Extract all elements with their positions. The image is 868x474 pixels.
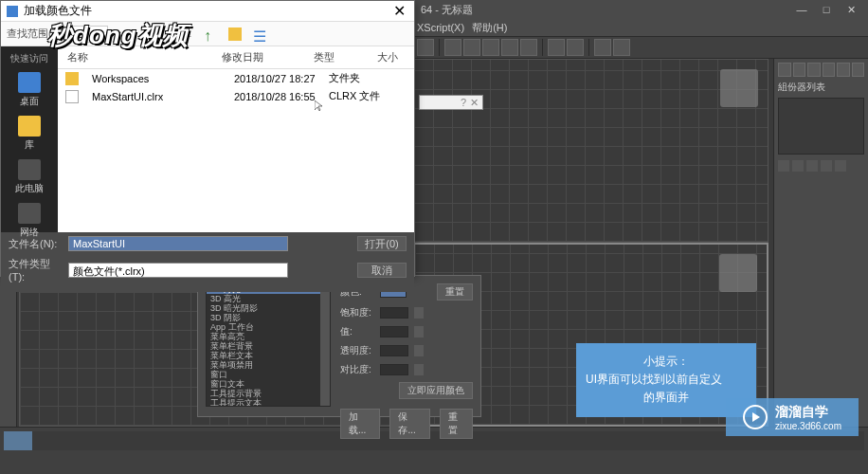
tip-line1: UI界面可以找到以前自定义 xyxy=(586,371,747,389)
sidebar-item-thispc[interactable]: 此电脑 xyxy=(12,156,46,198)
file-list[interactable]: 名称 修改日期 类型 大小 Workspaces 2018/10/27 18:2… xyxy=(58,46,414,232)
viewcube-icon[interactable] xyxy=(719,254,757,292)
file-row[interactable]: MaxStartUI.clrx 2018/10/28 16:55 CLRX 文件 xyxy=(58,87,414,105)
sidebar-item-desktop[interactable]: 桌面 xyxy=(15,69,44,111)
rp-icon[interactable] xyxy=(806,160,818,172)
tool-icon[interactable] xyxy=(444,39,461,56)
spinner[interactable] xyxy=(414,364,424,375)
sidebar-header: 快速访问 xyxy=(10,52,48,65)
dialog-icon xyxy=(7,6,18,17)
filetype-dropdown[interactable]: 颜色文件(*.clrx) xyxy=(68,263,288,278)
load-button[interactable]: 加载... xyxy=(340,409,380,439)
rp-tab[interactable] xyxy=(852,63,865,77)
maximize-button[interactable]: □ xyxy=(821,4,832,15)
network-icon xyxy=(18,203,41,224)
minimize-button[interactable]: — xyxy=(796,4,807,15)
tool-icon[interactable] xyxy=(482,39,499,56)
filename-input[interactable] xyxy=(68,236,288,251)
list-item[interactable]: 窗口 xyxy=(207,370,330,379)
trans-label: 透明度: xyxy=(340,344,374,357)
cancel-button[interactable]: 取消 xyxy=(357,263,407,278)
menu-script[interactable]: XScript(X) xyxy=(417,22,464,33)
menu-help[interactable]: 帮助(H) xyxy=(472,21,507,35)
reset-button[interactable]: 重置 xyxy=(440,409,473,439)
app-title: 64 - 无标题 xyxy=(421,3,473,17)
tool-icon[interactable] xyxy=(520,39,537,56)
view-icon[interactable]: ☰ xyxy=(253,27,266,41)
filetype-label: 文件类型(T): xyxy=(9,257,61,283)
file-icon xyxy=(65,90,79,103)
sat-label: 饱和度: xyxy=(340,306,374,319)
list-item[interactable]: 工具提示背景 xyxy=(207,389,330,398)
tool-icon[interactable] xyxy=(594,39,611,56)
dialog-footer: 文件名(N): 打开(0) 文件类型(T): 颜色文件(*.clrx) 取消 xyxy=(1,232,414,292)
viewcube-icon[interactable] xyxy=(720,69,758,107)
rp-tab[interactable] xyxy=(823,63,836,77)
spinner[interactable] xyxy=(414,326,424,337)
viewport-topright[interactable] xyxy=(394,59,769,243)
brand-name: 溜溜自学 xyxy=(775,404,841,421)
small-popup: ? ✕ xyxy=(419,95,483,110)
list-item[interactable]: 工具提示文本 xyxy=(207,398,330,407)
reset-button[interactable]: 重置 xyxy=(437,283,473,301)
col-date[interactable]: 修改日期 xyxy=(222,50,314,64)
tool-icon[interactable] xyxy=(501,39,518,56)
scrollbar[interactable] xyxy=(320,284,330,406)
tool-icon[interactable] xyxy=(417,39,434,56)
up-icon[interactable]: ↑ xyxy=(204,27,217,41)
save-button[interactable]: 保存... xyxy=(389,409,429,439)
list-item[interactable]: 3D 阴影 xyxy=(207,313,330,322)
spinner[interactable] xyxy=(414,307,424,319)
dialog-close-button[interactable]: ✕ xyxy=(389,3,408,20)
rp-icon[interactable] xyxy=(821,160,832,172)
rp-tab[interactable] xyxy=(837,63,850,77)
tool-icon[interactable] xyxy=(613,39,630,56)
color-category-list[interactable]: 3D 灯光 3D 高光 3D 暗光阴影 3D 阴影 App 工作台 菜单高亮 菜… xyxy=(206,283,331,407)
newfolder-icon[interactable] xyxy=(228,27,242,41)
open-button[interactable]: 打开(0) xyxy=(357,236,407,251)
list-item[interactable]: 菜单栏文本 xyxy=(207,351,330,360)
trans-input[interactable] xyxy=(380,345,408,356)
apply-now-button[interactable]: 立即应用颜色 xyxy=(399,382,473,399)
file-row[interactable]: Workspaces 2018/10/27 18:27 文件夹 xyxy=(58,69,414,87)
help-icon[interactable]: ? xyxy=(461,97,466,108)
rp-tab[interactable] xyxy=(807,63,821,77)
spinner[interactable] xyxy=(414,345,424,356)
folder-icon xyxy=(65,72,79,85)
list-item[interactable]: 菜单项禁用 xyxy=(207,360,330,370)
dialog-title: 加载颜色文件 xyxy=(24,3,389,19)
col-size[interactable]: 大小 xyxy=(377,50,414,64)
val-input[interactable] xyxy=(380,326,408,337)
list-item[interactable]: 3D 暗光阴影 xyxy=(207,303,330,313)
list-item[interactable]: 菜单高亮 xyxy=(207,332,330,341)
rp-icon[interactable] xyxy=(835,160,846,172)
col-name[interactable]: 名称 xyxy=(58,50,222,64)
rp-tab[interactable] xyxy=(778,63,791,77)
list-item[interactable]: App 工作台 xyxy=(207,322,330,332)
dialog-sidebar: 快速访问 桌面 库 此电脑 网络 xyxy=(1,46,58,232)
close-button[interactable]: ✕ xyxy=(845,4,857,15)
pc-icon xyxy=(18,159,41,180)
rp-icon[interactable] xyxy=(792,160,804,172)
val-label: 值: xyxy=(340,325,374,338)
col-type[interactable]: 类型 xyxy=(314,50,378,64)
contrast-label: 对比度: xyxy=(340,363,374,376)
contrast-input[interactable] xyxy=(380,364,408,375)
list-item[interactable]: 3D 高光 xyxy=(207,294,330,303)
list-item[interactable]: 窗口文本 xyxy=(207,379,330,389)
tool-icon[interactable] xyxy=(567,39,584,56)
watermark-logo: 秒dong视频 xyxy=(47,19,189,52)
list-item[interactable]: 菜单栏背景 xyxy=(207,341,330,351)
sat-input[interactable] xyxy=(380,307,408,319)
rp-listbox[interactable] xyxy=(778,98,864,155)
rp-icon[interactable] xyxy=(778,160,789,172)
close-icon[interactable]: ✕ xyxy=(470,97,479,109)
sidebar-item-network[interactable]: 网络 xyxy=(15,200,44,242)
sidebar-item-library[interactable]: 库 xyxy=(15,113,44,155)
tool-icon[interactable] xyxy=(548,39,565,56)
rp-tab[interactable] xyxy=(793,63,806,77)
customize-dialog: 3D 灯光 3D 高光 3D 暗光阴影 3D 阴影 App 工作台 菜单高亮 菜… xyxy=(197,275,481,417)
tool-icon[interactable] xyxy=(463,39,480,56)
right-panel: 組份器列表 xyxy=(773,59,868,427)
brand-url: zixue.3d66.com xyxy=(775,421,841,431)
